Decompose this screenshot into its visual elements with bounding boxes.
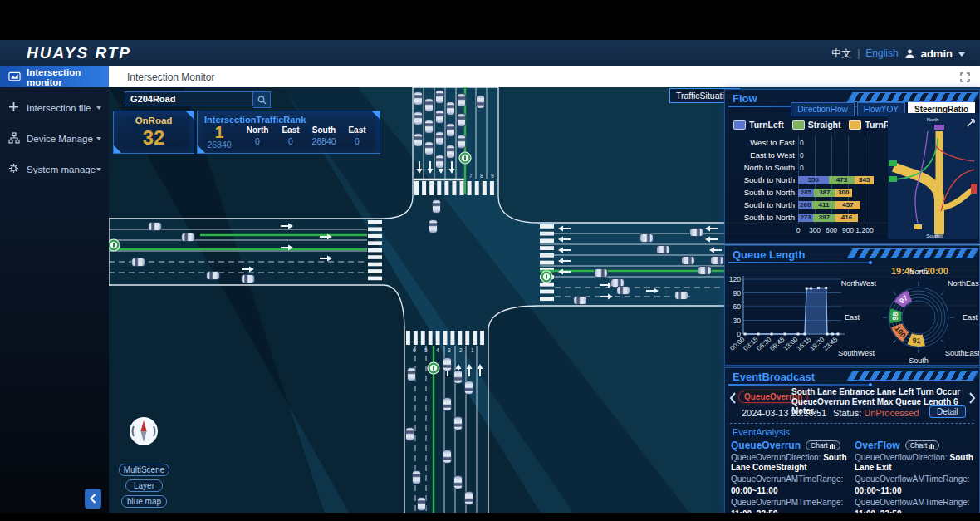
flow-row: South to North273397416: [725, 211, 888, 224]
next-event-button[interactable]: [968, 391, 977, 405]
rank-value: 1: [198, 125, 241, 140]
breadcrumb-bar: Intersection Monitor: [109, 66, 980, 87]
chevron-left-icon: [90, 494, 96, 504]
map-button-blue-map[interactable]: blue map: [121, 495, 167, 508]
column-heading: QueueOverrun: [731, 440, 801, 451]
traffic-rank-title: IntersectionTrafficRank: [204, 115, 380, 125]
svg-text:6: 6: [413, 347, 416, 353]
sidebar-item-label: Intersection monitor: [27, 67, 109, 87]
overflow-column: OverFlowChartQueueOverflowDirection: Sou…: [855, 440, 976, 514]
svg-text:1: 1: [471, 347, 474, 353]
flow-bar-chart: West to East0East to West0North to South…: [725, 136, 888, 224]
sidebar-item-device-manage[interactable]: Device Manage: [0, 128, 109, 149]
panel-underline: [728, 262, 870, 263]
svg-text:NorthWest: NorthWest: [841, 279, 877, 288]
search-button[interactable]: [253, 91, 271, 108]
bar-chart-icon: [830, 443, 835, 449]
user-menu[interactable]: admin: [921, 47, 953, 60]
panel-decoration: [847, 92, 979, 102]
onroad-stat-card: OnRoad 32: [113, 111, 194, 154]
flow-row: North to South0: [725, 161, 888, 174]
svg-text:South: South: [926, 233, 939, 238]
user-icon: [904, 48, 915, 59]
svg-text:91: 91: [912, 336, 921, 345]
flow-row: South to North260411457: [725, 199, 888, 211]
chevron-down-icon: [96, 106, 101, 110]
legend-straight: Straight: [792, 120, 841, 130]
fullscreen-icon[interactable]: [960, 72, 970, 82]
column-heading: OverFlow: [855, 440, 900, 451]
svg-text:3: 3: [448, 347, 451, 353]
sidebar-item-intersection-monitor[interactable]: Intersection monitor: [0, 66, 109, 87]
event-broadcast-panel: EventBroadcast QueueOverrun South Lane E…: [724, 367, 980, 514]
rank-column-east: East0: [341, 125, 374, 150]
detail-button[interactable]: Detail: [929, 405, 966, 418]
traffic-rank-card: IntersectionTrafficRank 1 26840 North0Ea…: [197, 111, 380, 154]
app-header: HUAYS RTP 中文 | English admin: [0, 40, 980, 66]
sidebar-collapse-button[interactable]: [85, 489, 101, 509]
bar-chart-icon: [929, 443, 934, 449]
app-window: HUAYS RTP 中文 | English admin Intersectio…: [0, 0, 980, 521]
svg-text:60: 60: [733, 302, 742, 311]
search-input[interactable]: [125, 91, 253, 106]
chevron-down-icon[interactable]: [958, 52, 965, 57]
chevron-down-icon: [96, 137, 101, 140]
svg-text:2: 2: [459, 347, 463, 353]
rank-column-north: North0: [241, 125, 274, 150]
bottom-letterbox: [0, 513, 980, 521]
flow-tab-directionflow[interactable]: DirectionFlow: [791, 102, 855, 116]
plus-icon: [8, 101, 21, 114]
status-value: UnProcessed: [864, 408, 919, 418]
rank-columns: North0East0South26840East0: [241, 125, 374, 150]
event-status: Status: UnProcessed: [833, 408, 919, 418]
panel-decoration: [847, 371, 979, 381]
flow-title: Flow: [733, 92, 757, 105]
flow-row: West to East0: [725, 136, 888, 149]
chart-button[interactable]: Chart: [806, 440, 840, 450]
top-letterbox: [0, 0, 980, 40]
rank-total: 26840: [198, 140, 241, 150]
sidebar-item-intersection-file[interactable]: Intersection file: [0, 97, 109, 118]
route-marker[interactable]: [459, 152, 471, 164]
svg-text:9: 9: [491, 173, 494, 179]
rank-column-east: East0: [274, 125, 307, 150]
monitor-icon: [8, 71, 21, 83]
sitemap-icon: [8, 132, 21, 145]
svg-text:SouthWest: SouthWest: [838, 349, 875, 357]
sidebar-item-label: Device Manage: [27, 134, 93, 144]
flow-row: South to North285387300: [725, 186, 888, 199]
lang-en-link[interactable]: English: [865, 47, 898, 59]
chart-button[interactable]: Chart: [905, 440, 940, 450]
flow-panel: Flow DirectionFlowFlowYOYSteeringRatio T…: [724, 89, 980, 244]
lang-divider: |: [857, 47, 860, 59]
route-marker[interactable]: [428, 362, 439, 374]
svg-text:South: South: [909, 356, 929, 365]
svg-text:8: 8: [480, 173, 483, 179]
sidebar-item-system-manage[interactable]: System manage: [0, 159, 109, 179]
events-title: EventBroadcast: [733, 371, 815, 383]
map-button-layer[interactable]: Layer: [125, 479, 163, 492]
panel-underline: [728, 384, 870, 386]
svg-text:90: 90: [733, 289, 742, 297]
map-button-multiscene[interactable]: MultiScene: [119, 464, 169, 476]
event-analysis-link[interactable]: EventAnalysis: [733, 427, 790, 437]
divider: [730, 423, 974, 424]
brand-logo: HUAYS RTP: [27, 44, 131, 62]
legend-turnleft: TurnLeft: [733, 120, 784, 130]
sidebar-nav: Intersection monitorIntersection fileDev…: [0, 66, 109, 514]
route-marker[interactable]: [541, 271, 552, 283]
svg-text:North: North: [909, 268, 928, 276]
lang-zh-link[interactable]: 中文: [831, 47, 851, 61]
svg-text:120: 120: [729, 275, 741, 283]
prev-event-button[interactable]: [728, 391, 737, 405]
svg-text:30: 30: [733, 317, 742, 325]
road-search: [125, 91, 271, 106]
search-icon: [257, 96, 267, 105]
flow-legend: TurnLeftStraightTurnRight: [733, 120, 906, 130]
route-marker[interactable]: [109, 239, 120, 251]
queue-title: Queue Length: [733, 248, 805, 261]
svg-text:East: East: [845, 313, 860, 322]
svg-text:NorthEast: NorthEast: [948, 279, 979, 288]
compass-control[interactable]: [128, 415, 159, 447]
svg-text:East: East: [963, 313, 978, 322]
